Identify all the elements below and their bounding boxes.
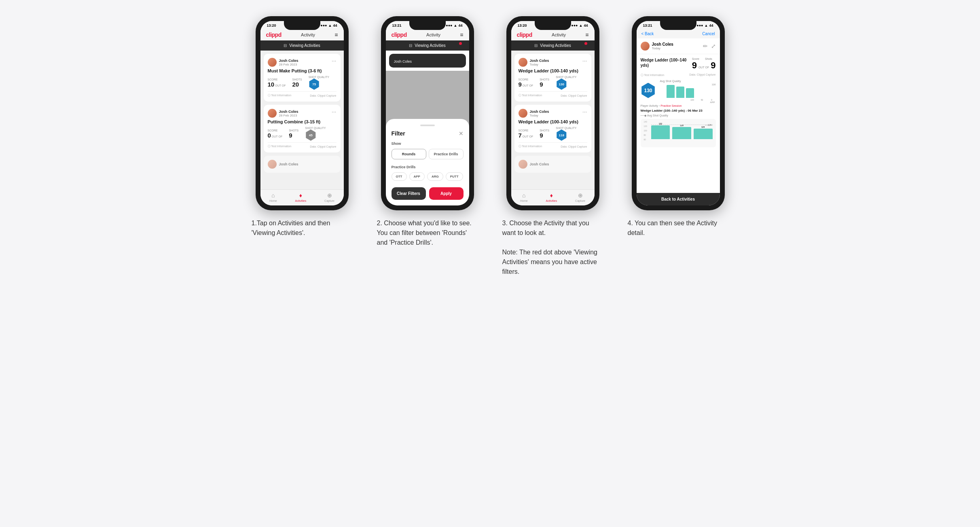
chart-y-50: 50 (698, 99, 706, 101)
stat-sq-1-1: Shot Quality 75 (309, 76, 329, 90)
edit-icon-4[interactable]: ✏ (703, 43, 708, 49)
hamburger-icon-2[interactable]: ≡ (460, 32, 463, 38)
top-nav-2: clippd Activity ≡ (386, 29, 469, 40)
close-button-2[interactable]: ✕ (459, 130, 464, 137)
user-name-1-3: Josh Coles (279, 162, 298, 166)
signal-3: ●●● (571, 23, 578, 28)
expand-icon-4[interactable]: ⤢ (711, 43, 716, 49)
scroll-content-3: Josh Coles Today ··· Wedge Ladder (100-1… (511, 51, 595, 189)
phone-notch-3 (535, 21, 571, 30)
user-name-3-2: Josh Coles (530, 110, 549, 114)
sq-label-1-2: Shot Quality (305, 127, 326, 129)
back-to-activities-button-4[interactable]: Back to Activities (637, 193, 720, 205)
chart-label-100: 100 (644, 129, 647, 132)
pill-arg-2[interactable]: ARG (427, 172, 443, 181)
pill-ott-2[interactable]: OTT (392, 172, 407, 181)
phone-frame-2: 13:21 ●●● ▲ 44 clippd Activity ≡ ⊟ Vie (381, 16, 474, 210)
toggle-drills-2[interactable]: Practice Drills (429, 149, 464, 159)
pill-putt-2[interactable]: PUTT (446, 172, 463, 181)
caption-3-main: 3. Choose the Activity that you want to … (502, 220, 589, 236)
chart-y-100: 100 (688, 99, 696, 101)
card-header-1-2: Josh Coles 28 Feb 2023 ··· (268, 109, 337, 118)
user-row-1-1: Josh Coles 28 Feb 2023 (268, 58, 298, 67)
phone-frame-1: 13:20 ●●● ▲ 44 clippd Activity ≡ ⊟ Vie (256, 16, 349, 210)
viewing-banner-3[interactable]: ⊟ Viewing Activities (511, 40, 595, 51)
hamburger-icon-3[interactable]: ≡ (585, 32, 588, 38)
nav-capture-1[interactable]: ⊕ Capture (324, 192, 334, 202)
filter-icon-2: ⊟ (409, 43, 412, 48)
card-footer-1-2: ⓘ Test Information Data: Clippd Capture (268, 142, 337, 148)
bottom-nav-1: ⌂ Home ♦ Activities ⊕ Capture (260, 189, 344, 205)
clear-filters-button-2[interactable]: Clear Filters (392, 187, 426, 200)
back-button-4[interactable]: < Back (641, 32, 654, 36)
stats-row-3-1: Score 9 OUT OF Shots 9 (519, 76, 587, 90)
activity-card-1-2[interactable]: Josh Coles 28 Feb 2023 ··· Putting Combi… (264, 105, 341, 152)
dashed-label-4: – –124– (705, 124, 712, 126)
shots-value-1-2: 9 (289, 132, 298, 139)
sq-label-1-1: Shot Quality (309, 76, 329, 78)
detail-user-info-4: Josh Coles Today (652, 42, 673, 50)
card-menu-3-2[interactable]: ··· (582, 109, 587, 114)
modal-handle-2 (420, 125, 435, 126)
stat-shots-1-2: Shots 9 (289, 129, 298, 139)
card-header-1-1: Josh Coles 28 Feb 2023 ··· (268, 58, 337, 67)
footer-left-1-2: ⓘ Test Information (268, 144, 292, 148)
user-info-3-1: Josh Coles Today (530, 59, 549, 66)
toggle-rounds-2[interactable]: Rounds (392, 149, 426, 159)
red-dot-2 (459, 42, 462, 45)
nav-home-3[interactable]: ⌂ Home (520, 192, 528, 202)
banner-text-1: Viewing Activities (289, 43, 320, 48)
card-footer-3-2: ⓘ Test Information Data: Clippd Capture (519, 142, 587, 148)
phone-frame-4: 13:21 ●●● ▲ 44 < Back Cancel (632, 16, 725, 210)
activity-title-3-1: Wedge Ladder (100-140 yds) (519, 68, 587, 73)
session-title-4: Wedge Ladder (100–140 yds) - 06 Mar 23 (641, 109, 716, 112)
avatar-4 (641, 42, 650, 51)
phone-notch-2 (409, 21, 446, 30)
wifi-icon-1: ▲ (328, 23, 332, 28)
card-menu-1-2[interactable]: ··· (332, 109, 337, 114)
user-row-1-3: Josh Coles (268, 160, 337, 169)
card-menu-1-1[interactable]: ··· (332, 58, 337, 63)
score-value-1-2: 0 (268, 132, 271, 139)
footer-right-3-1: Data: Clippd Capture (561, 94, 587, 97)
modal-actions-2: Clear Filters Apply (392, 187, 464, 200)
activity-title-1-2: Putting Combine (3-15 ft) (268, 119, 337, 124)
avg-sq-label-4: Avg Shot Quality (660, 80, 716, 83)
bar-1 (651, 125, 670, 139)
hamburger-icon-1[interactable]: ≡ (334, 32, 338, 38)
nav-activities-3[interactable]: ♦ Activities (546, 192, 557, 202)
phone-screen-2: 13:21 ●●● ▲ 44 clippd Activity ≡ ⊟ Vie (386, 21, 469, 205)
footer-right-1-2: Data: Clippd Capture (310, 145, 336, 148)
viewing-banner-2[interactable]: ⊟ Viewing Activities (386, 40, 469, 51)
detail-content-4: Wedge Ladder (100–140 yds) Score Shots 9… (637, 54, 720, 193)
activity-card-3-1[interactable]: Josh Coles Today ··· Wedge Ladder (100-1… (514, 54, 591, 102)
user-name-3-3: Josh Coles (530, 162, 549, 166)
shots-label-1-1: Shots (292, 78, 302, 81)
status-time-3: 13:20 (518, 23, 527, 28)
viewing-banner-1[interactable]: ⊟ Viewing Activities (260, 40, 344, 51)
nav-capture-3[interactable]: ⊕ Capture (575, 192, 585, 202)
cancel-button-4[interactable]: Cancel (702, 32, 715, 36)
stat-sq-3-1: Shot Quality 130 (556, 76, 576, 90)
phone-notch-4 (660, 21, 696, 30)
activities-icon-1: ♦ (299, 192, 302, 199)
battery-icon-1: 44 (333, 23, 337, 28)
nav-activities-1[interactable]: ♦ Activities (295, 192, 307, 202)
filter-icon-1: ⊟ (284, 43, 287, 48)
bar-3 (694, 129, 713, 139)
user-row-1-2: Josh Coles 28 Feb 2023 (268, 109, 298, 118)
chart-max-4: 130 (711, 83, 715, 86)
score-label-3-1: Score (519, 78, 533, 81)
chart-app-label-4: APP (660, 101, 716, 104)
card-menu-3-1[interactable]: ··· (582, 58, 587, 63)
activity-card-1-1[interactable]: Josh Coles 28 Feb 2023 ··· Must Make Put… (264, 54, 341, 102)
footer-right-3-2: Data: Clippd Capture (561, 145, 587, 148)
stat-score-3-1: Score 9 OUT OF (519, 78, 533, 88)
activity-card-3-2[interactable]: Josh Coles Today ··· Wedge Ladder (100-1… (514, 105, 591, 152)
avatar-1-2 (268, 109, 277, 118)
nav-home-1[interactable]: ⌂ Home (269, 192, 277, 202)
pill-app-2[interactable]: APP (409, 172, 425, 181)
shots-col-label-4: Shots (705, 57, 712, 60)
apply-button-2[interactable]: Apply (429, 187, 464, 200)
card-footer-3-1: ⓘ Test Information Data: Clippd Capture (519, 91, 587, 97)
